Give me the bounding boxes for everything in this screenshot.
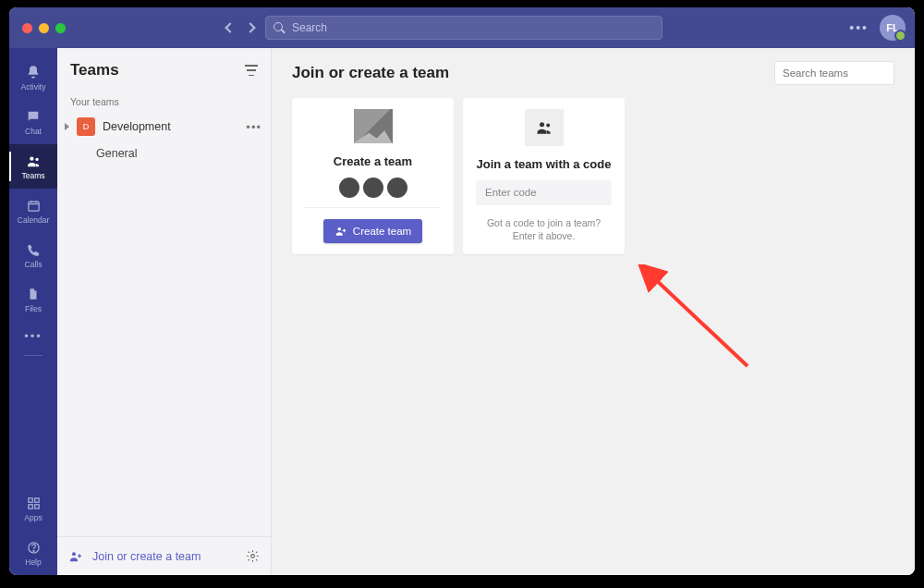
join-code-card: Join a team with a code Got a code to jo…: [463, 98, 625, 254]
rail-calls[interactable]: Calls: [9, 233, 57, 277]
rail-label: Activity: [21, 82, 46, 92]
svg-rect-6: [34, 504, 38, 508]
svg-point-1: [35, 157, 38, 160]
global-search[interactable]: [265, 16, 663, 40]
minimize-window-button[interactable]: [39, 23, 49, 33]
search-teams-input[interactable]: [783, 67, 915, 79]
app-window: ••• FL Activity Chat Teams: [9, 7, 915, 575]
file-icon: [25, 286, 42, 302]
annotation-arrow: [637, 264, 766, 385]
section-label: Your teams: [57, 89, 271, 113]
svg-line-14: [653, 277, 748, 366]
create-team-card: Create a team Create team: [292, 98, 454, 254]
settings-more-button[interactable]: •••: [849, 20, 869, 35]
search-teams-box[interactable]: [774, 61, 894, 85]
global-search-input[interactable]: [292, 21, 654, 34]
close-window-button[interactable]: [22, 23, 32, 33]
app-rail: Activity Chat Teams Calendar: [9, 48, 57, 575]
rail-label: Teams: [21, 171, 44, 180]
join-code-help-text: Got a code to join a team? Enter it abov…: [476, 216, 612, 243]
profile-avatar[interactable]: FL: [880, 15, 906, 41]
bell-icon: [25, 64, 42, 80]
filter-button[interactable]: [245, 65, 258, 76]
svg-point-8: [33, 550, 34, 551]
calendar-icon: [25, 197, 42, 214]
panel-footer: Join or create a team: [57, 536, 271, 575]
svg-point-12: [540, 122, 544, 127]
channel-general[interactable]: General: [57, 141, 271, 166]
rail-calendar[interactable]: Calendar: [9, 189, 57, 233]
rail-separator: [24, 355, 43, 356]
rail-label: Calls: [25, 260, 43, 269]
svg-rect-4: [34, 497, 38, 501]
page-title: Join or create a team: [292, 64, 449, 82]
window-controls: [22, 23, 66, 33]
create-team-button[interactable]: Create team: [323, 219, 422, 243]
svg-point-9: [72, 552, 76, 556]
back-button[interactable]: [225, 22, 235, 32]
svg-point-13: [546, 124, 550, 128]
svg-point-11: [337, 227, 341, 231]
card-divider: [305, 207, 441, 208]
rail-chat[interactable]: Chat: [9, 100, 57, 144]
svg-rect-5: [28, 504, 31, 508]
rail-help[interactable]: Help: [9, 531, 57, 575]
rail-label: Chat: [25, 127, 42, 136]
image-placeholder-icon: [354, 109, 393, 143]
rail-more[interactable]: •••: [9, 322, 57, 349]
create-team-title: Create a team: [334, 154, 412, 168]
teams-icon: [25, 153, 42, 169]
create-team-icon: [334, 225, 347, 238]
svg-rect-3: [28, 497, 31, 501]
create-team-button-label: Create team: [353, 226, 411, 237]
search-icon: [274, 22, 285, 33]
rail-label: Files: [25, 304, 42, 313]
team-avatar: D: [77, 117, 95, 136]
group-icon: [525, 109, 564, 146]
join-code-input[interactable]: [476, 180, 612, 205]
panel-title: Teams: [70, 61, 119, 80]
join-create-link[interactable]: Join or create a team: [92, 550, 237, 563]
svg-point-0: [30, 156, 33, 160]
teams-panel: Teams Your teams D Development ••• Gener…: [57, 48, 272, 575]
rail-label: Help: [25, 557, 41, 567]
ellipsis-icon: •••: [24, 329, 43, 343]
title-bar: ••• FL: [9, 7, 915, 48]
svg-rect-2: [28, 202, 38, 211]
rail-files[interactable]: Files: [9, 277, 57, 322]
manage-teams-button[interactable]: [246, 549, 260, 563]
rail-teams[interactable]: Teams: [9, 144, 57, 189]
chat-icon: [25, 108, 42, 125]
forward-button[interactable]: [245, 22, 255, 32]
team-more-button[interactable]: •••: [246, 120, 261, 134]
main-content: Join or create a team Create a team: [272, 48, 915, 575]
join-code-title: Join a team with a code: [477, 157, 612, 171]
team-row-development[interactable]: D Development •••: [57, 113, 271, 141]
apps-icon: [25, 495, 42, 511]
rail-activity[interactable]: Activity: [9, 55, 57, 100]
team-name: Development: [103, 120, 238, 133]
history-nav: [226, 24, 254, 31]
svg-point-10: [251, 555, 255, 558]
phone-icon: [25, 241, 42, 258]
rail-label: Calendar: [18, 215, 50, 225]
chevron-right-icon: [65, 123, 69, 130]
rail-apps[interactable]: Apps: [9, 486, 57, 531]
rail-label: Apps: [24, 513, 42, 522]
join-create-icon: [68, 549, 83, 564]
maximize-window-button[interactable]: [55, 23, 66, 33]
avatar-placeholders: [339, 178, 407, 198]
help-icon: [25, 539, 42, 556]
